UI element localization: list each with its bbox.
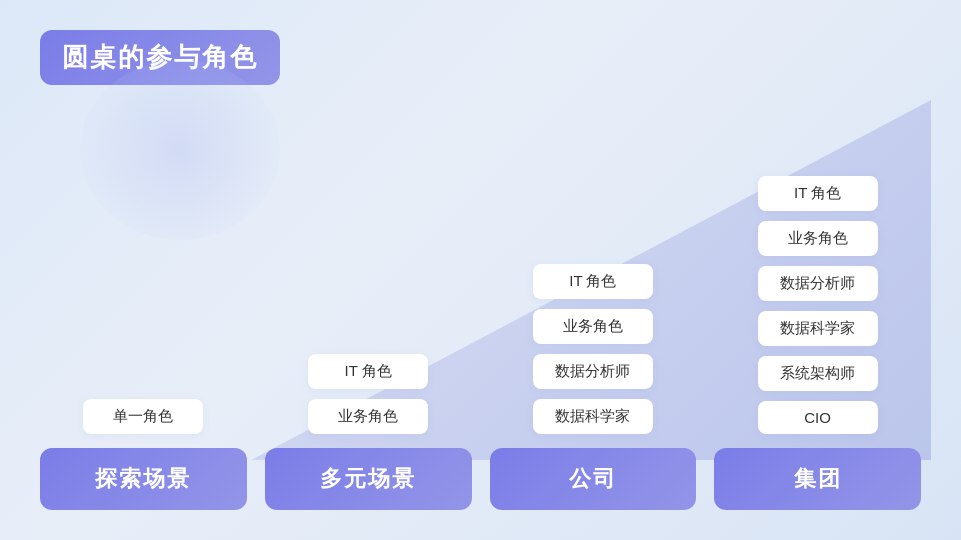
tag-业务角色: 业务角色 — [308, 399, 428, 434]
tag-CIO: CIO — [758, 401, 878, 434]
column-group: IT 角色业务角色数据分析师数据科学家系统架构师CIO集团 — [714, 166, 921, 510]
tag-单一角色: 单一角色 — [83, 399, 203, 434]
tag-系统架构师: 系统架构师 — [758, 356, 878, 391]
category-button-company[interactable]: 公司 — [490, 448, 697, 510]
tag-数据科学家: 数据科学家 — [758, 311, 878, 346]
column-explore: 单一角色探索场景 — [40, 389, 247, 510]
category-button-group[interactable]: 集团 — [714, 448, 921, 510]
page-title: 圆桌的参与角色 — [62, 42, 258, 72]
tag-业务角色: 业务角色 — [533, 309, 653, 344]
column-company: IT 角色业务角色数据分析师数据科学家公司 — [490, 254, 697, 510]
page: 圆桌的参与角色 单一角色探索场景IT 角色业务角色多元场景IT 角色业务角色数据… — [0, 0, 961, 540]
tag-数据科学家: 数据科学家 — [533, 399, 653, 434]
tag-业务角色: 业务角色 — [758, 221, 878, 256]
title-box: 圆桌的参与角色 — [40, 30, 280, 85]
tag-IT 角色: IT 角色 — [758, 176, 878, 211]
column-multi: IT 角色业务角色多元场景 — [265, 344, 472, 510]
columns-wrapper: 单一角色探索场景IT 角色业务角色多元场景IT 角色业务角色数据分析师数据科学家… — [40, 166, 921, 510]
tag-IT 角色: IT 角色 — [533, 264, 653, 299]
tag-数据分析师: 数据分析师 — [533, 354, 653, 389]
tag-IT 角色: IT 角色 — [308, 354, 428, 389]
category-button-explore[interactable]: 探索场景 — [40, 448, 247, 510]
category-button-multi[interactable]: 多元场景 — [265, 448, 472, 510]
tag-数据分析师: 数据分析师 — [758, 266, 878, 301]
